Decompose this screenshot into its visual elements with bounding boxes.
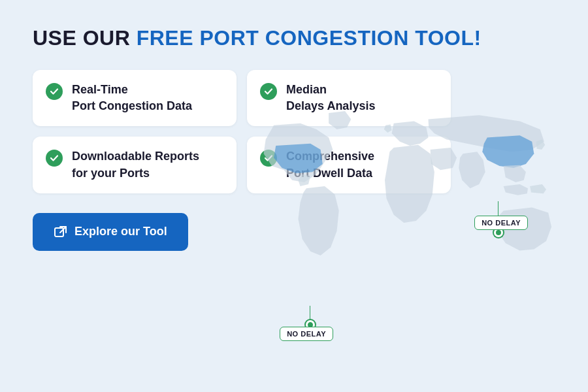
external-link-icon [54, 225, 68, 239]
feature-card-3: Downloadable Reportsfor your Ports [33, 137, 237, 193]
explore-btn-label: Explore our Tool [74, 225, 167, 238]
check-icon-3 [46, 150, 63, 167]
no-delay-label-2: NO DELAY [280, 327, 333, 341]
no-delay-label-1: NO DELAY [474, 216, 528, 230]
svg-rect-0 [55, 228, 63, 237]
explore-tool-button[interactable]: Explore our Tool [33, 213, 188, 251]
feature-text-3: Downloadable Reportsfor your Ports [72, 148, 199, 181]
feature-text-1: Real-TimePort Congestion Data [72, 82, 192, 114]
feature-card-1: Real-TimePort Congestion Data [33, 70, 237, 126]
connector-line-1 [498, 201, 499, 216]
connector-line-2 [310, 306, 311, 320]
world-map-svg [242, 39, 588, 366]
headline-prefix: USE OUR [33, 26, 137, 50]
world-map-area: NO DELAY NO DELAY [242, 0, 588, 392]
check-icon-1 [46, 83, 63, 100]
